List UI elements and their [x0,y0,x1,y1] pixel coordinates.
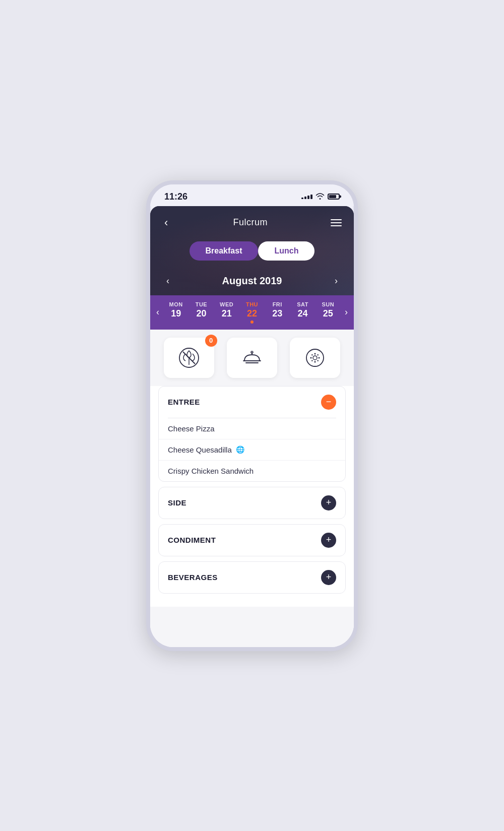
week-prev-button[interactable]: ‹ [152,302,163,323]
day-item-25[interactable]: SUN 25 [317,299,339,326]
back-button[interactable]: ‹ [160,214,172,231]
menu-button[interactable] [329,217,344,228]
breakfast-button[interactable]: Breakfast [190,241,259,261]
day-number: 20 [196,308,206,319]
menu-container: ENTREE − Cheese Pizza Cheese Quesadilla … [150,386,354,607]
week-strip: ‹ MON 19 TUE 20 WED 21 THU 22 FRI 23 SAT… [150,295,354,330]
month-title: August 2019 [222,275,282,287]
entree-card[interactable] [227,338,277,378]
section-beverages: BEVERAGES + [158,561,346,594]
day-number: 24 [298,308,308,319]
lunch-button[interactable]: Lunch [258,241,314,261]
section-header-side[interactable]: SIDE + [159,487,345,519]
menu-item-name: Cheese Quesadilla [168,445,232,454]
day-name: TUE [196,301,208,307]
day-item-21[interactable]: WED 21 [216,299,238,326]
month-prev-button[interactable]: ‹ [162,274,173,288]
section-title-beverages: BEVERAGES [168,573,218,582]
allergen-card[interactable]: 0 [164,338,214,378]
day-number: 25 [323,308,333,319]
day-item-19[interactable]: MON 19 [165,299,187,326]
day-name: WED [220,301,233,307]
svg-point-15 [318,354,319,355]
app-header: ‹ Fulcrum Breakfast Lunch ‹ August 2019 … [150,206,354,295]
week-next-button[interactable]: › [341,302,352,323]
bottom-area [150,607,354,647]
svg-point-7 [306,349,324,366]
section-toggle-entree[interactable]: − [321,395,336,410]
day-name: SAT [297,301,308,307]
svg-point-11 [310,357,312,358]
day-number: 23 [272,308,282,319]
svg-point-5 [251,351,253,353]
day-number: 22 [247,308,257,319]
status-bar: 11:26 [150,184,354,206]
battery-icon [328,194,340,200]
day-name: FRI [273,301,282,307]
svg-point-8 [313,356,317,360]
section-title-entree: ENTREE [168,398,200,406]
day-item-24[interactable]: SAT 24 [292,299,314,326]
svg-point-13 [311,354,312,355]
section-title-side: SIDE [168,498,186,507]
day-name: MON [169,301,183,307]
section-header-beverages[interactable]: BEVERAGES + [159,562,345,593]
menu-item[interactable]: Crispy Chicken Sandwich [159,460,345,481]
header-nav: ‹ Fulcrum [150,206,354,235]
meal-selector: Breakfast Lunch [150,235,354,269]
header-title: Fulcrum [233,217,268,228]
allergen-icon [178,347,200,369]
section-toggle-side[interactable]: + [321,495,336,510]
section-condiment: CONDIMENT + [158,524,346,556]
section-toggle-condiment[interactable]: + [321,533,336,548]
week-days: MON 19 TUE 20 WED 21 THU 22 FRI 23 SAT 2… [163,295,341,330]
settings-card[interactable] [290,338,340,378]
day-item-22[interactable]: THU 22 [241,299,263,326]
menu-item[interactable]: Cheese Pizza [159,418,345,439]
menu-item-name: Cheese Pizza [168,424,215,433]
status-icons [301,193,340,201]
section-toggle-beverages[interactable]: + [321,570,336,585]
section-side: SIDE + [158,487,346,519]
entree-icon [241,347,263,369]
section-header-entree[interactable]: ENTREE − [159,387,345,418]
wifi-icon [316,193,325,201]
day-name: THU [246,301,258,307]
menu-item-name: Crispy Chicken Sandwich [168,467,254,475]
day-item-20[interactable]: TUE 20 [190,299,212,326]
svg-point-16 [311,360,312,361]
allergen-badge: 0 [205,335,217,347]
signal-icon [301,195,312,199]
svg-point-9 [314,353,316,354]
day-name: SUN [322,301,334,307]
section-header-condiment[interactable]: CONDIMENT + [159,525,345,556]
svg-point-10 [314,361,316,362]
day-item-23[interactable]: FRI 23 [266,299,288,326]
globe-icon: 🌐 [236,445,244,454]
section-entree: ENTREE − Cheese Pizza Cheese Quesadilla … [158,386,346,482]
status-time: 11:26 [164,191,187,202]
month-nav: ‹ August 2019 › [150,269,354,295]
icon-section: 0 [150,330,354,386]
phone-frame: 11:26 ‹ [146,180,358,651]
app-content: ‹ Fulcrum Breakfast Lunch ‹ August 2019 … [150,206,354,647]
day-number: 19 [171,308,181,319]
month-next-button[interactable]: › [331,274,342,288]
svg-point-12 [319,357,320,358]
svg-point-14 [318,360,319,361]
day-number: 21 [222,308,232,319]
settings-icon [304,347,326,369]
today-dot [250,321,254,324]
menu-item[interactable]: Cheese Quesadilla 🌐 [159,439,345,460]
section-title-condiment: CONDIMENT [168,536,216,544]
